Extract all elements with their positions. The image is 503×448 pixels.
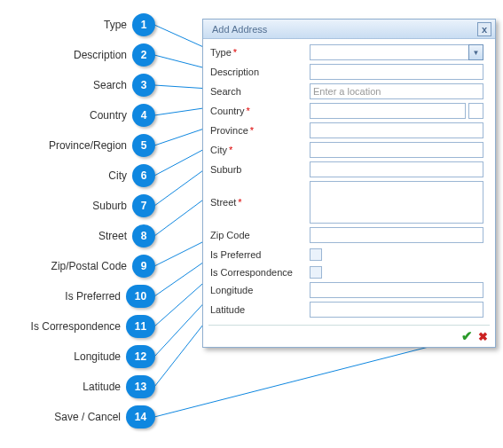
required-marker: * xyxy=(229,145,232,155)
legend-label: Province/Region xyxy=(49,139,127,152)
country-label: Country xyxy=(210,106,245,116)
svg-line-6 xyxy=(154,166,209,206)
type-dropdown[interactable]: ▼ xyxy=(310,44,483,60)
legend-label: Type xyxy=(104,19,127,31)
legend-item: City 6 xyxy=(0,164,155,187)
legend-badge: 13 xyxy=(126,375,155,398)
close-icon: ✖ xyxy=(478,330,488,343)
required-marker: * xyxy=(250,125,254,136)
legend-badge: 3 xyxy=(132,74,155,97)
legend-badge: 8 xyxy=(132,224,155,248)
svg-line-12 xyxy=(154,317,209,387)
suburb-label: Suburb xyxy=(210,164,241,175)
save-button[interactable]: ✔ xyxy=(461,328,473,344)
longitude-label: Longitude xyxy=(210,285,253,295)
latitude-input[interactable] xyxy=(310,302,483,318)
legend-label: Street xyxy=(98,230,127,242)
city-label: City xyxy=(210,145,227,155)
legend-item: Zip/Postal Code 9 xyxy=(0,255,155,278)
suburb-input[interactable] xyxy=(310,161,483,177)
required-marker: * xyxy=(233,47,237,58)
legend-label: Description xyxy=(74,49,127,61)
longitude-input[interactable] xyxy=(310,282,483,298)
legend-label: Longitude xyxy=(74,350,121,363)
is-correspondence-checkbox[interactable] xyxy=(310,266,322,279)
cancel-button[interactable]: ✖ xyxy=(478,330,488,343)
legend-label: Country xyxy=(90,109,127,122)
dialog-footer: ✔ ✖ xyxy=(203,326,495,347)
legend-item: Is Preferred 10 xyxy=(0,285,155,308)
street-textarea[interactable] xyxy=(310,181,483,224)
svg-line-5 xyxy=(154,146,209,176)
legend-item: Province/Region 5 xyxy=(0,134,155,157)
legend-label: Is Preferred xyxy=(65,290,121,303)
legend-label: Save / Cancel xyxy=(54,411,121,423)
description-label: Description xyxy=(210,67,259,77)
legend-label: City xyxy=(108,169,127,182)
description-input[interactable] xyxy=(310,64,483,80)
legend-badge: 6 xyxy=(132,164,155,187)
svg-line-3 xyxy=(154,107,209,115)
street-label: Street xyxy=(210,197,236,208)
city-input[interactable] xyxy=(310,142,483,158)
province-input[interactable] xyxy=(310,122,483,138)
legend-badge: 5 xyxy=(132,134,155,157)
legend-label: Suburb xyxy=(92,200,127,212)
legend-item: Is Correspondence 11 xyxy=(0,315,155,338)
check-icon: ✔ xyxy=(461,328,473,343)
required-marker: * xyxy=(238,197,241,208)
legend-label: Is Correspondence xyxy=(31,320,121,333)
legend-item: Country 4 xyxy=(0,104,155,127)
legend-badge: 4 xyxy=(132,104,155,127)
legend-badge: 14 xyxy=(126,405,155,428)
legend-badge: 10 xyxy=(126,285,155,308)
type-label: Type xyxy=(210,47,232,58)
svg-line-7 xyxy=(154,195,209,236)
is-correspondence-label: Is Correspondence xyxy=(210,267,293,278)
legend-badge: 7 xyxy=(132,194,155,217)
legend-item: Type 1 xyxy=(0,13,155,36)
legend-badge: 2 xyxy=(132,43,155,67)
legend-badge: 1 xyxy=(132,13,155,36)
search-label: Search xyxy=(210,86,241,97)
dialog-header[interactable]: Add Address x xyxy=(203,20,495,39)
legend-item: Suburb 7 xyxy=(0,194,155,217)
svg-line-1 xyxy=(154,55,209,69)
svg-line-4 xyxy=(154,127,209,145)
dialog-body: Type* ▼ Description Search Country* xyxy=(203,39,495,325)
svg-line-10 xyxy=(154,278,209,326)
is-preferred-checkbox[interactable] xyxy=(310,248,322,261)
svg-line-11 xyxy=(154,297,209,357)
legend-item: Longitude 12 xyxy=(0,345,155,368)
legend-label: Latitude xyxy=(83,381,121,393)
chevron-down-icon: ▼ xyxy=(468,44,483,60)
latitude-label: Latitude xyxy=(210,304,245,315)
svg-line-2 xyxy=(154,85,209,89)
legend-item: Save / Cancel 14 xyxy=(0,405,155,428)
legend-label: Zip/Postal Code xyxy=(51,260,127,272)
zip-input[interactable] xyxy=(310,227,483,243)
province-label: Province xyxy=(210,125,248,136)
required-marker: * xyxy=(247,106,250,116)
search-input[interactable] xyxy=(310,83,483,99)
country-picker-button[interactable] xyxy=(468,103,483,119)
legend-item: Street 8 xyxy=(0,224,155,248)
legend-badge: 9 xyxy=(132,255,155,278)
add-address-dialog: Add Address x Type* ▼ Description Search… xyxy=(202,19,496,348)
legend-item: Description 2 xyxy=(0,43,155,67)
is-preferred-label: Is Preferred xyxy=(210,249,261,260)
zip-label: Zip Code xyxy=(210,230,250,240)
svg-line-8 xyxy=(154,239,209,266)
legend-item: Latitude 13 xyxy=(0,375,155,398)
legend-badge: 11 xyxy=(126,315,155,338)
dialog-title: Add Address xyxy=(212,24,267,35)
close-icon: x xyxy=(482,24,487,35)
svg-line-0 xyxy=(154,25,209,50)
legend-item: Search 3 xyxy=(0,74,155,97)
country-input[interactable] xyxy=(310,103,466,119)
legend-badge: 12 xyxy=(126,345,155,368)
svg-line-9 xyxy=(154,258,209,296)
legend-label: Search xyxy=(93,79,127,91)
close-button[interactable]: x xyxy=(477,22,491,36)
